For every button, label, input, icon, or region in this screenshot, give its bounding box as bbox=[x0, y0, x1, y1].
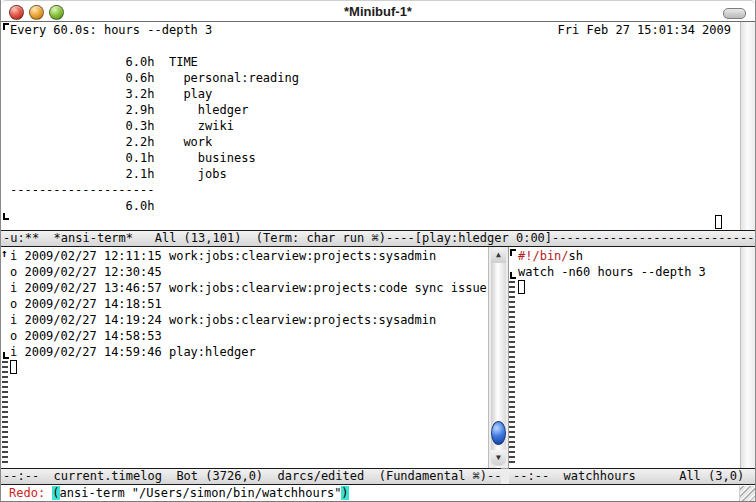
matched-open-paren: ( bbox=[52, 486, 59, 500]
bottom-modeline-row: --:-- current.timelog Bot (3726,0) darcs… bbox=[1, 468, 755, 485]
top-modeline-row: -u:** *ansi-term* All (13,101) (Term: ch… bbox=[1, 230, 755, 247]
modeline-divider bbox=[501, 468, 509, 485]
fringe-top-corner-icon bbox=[510, 249, 516, 256]
fringe-empty-lines-icon bbox=[509, 281, 515, 465]
ansi-term-modeline[interactable]: -u:** *ansi-term* All (13,101) (Term: ch… bbox=[1, 230, 755, 247]
inactive-cursor bbox=[518, 280, 525, 294]
matched-close-paren: ) bbox=[341, 486, 348, 500]
watchhours-modeline[interactable]: --:-- watchhours All (3,0) bbox=[509, 468, 755, 485]
hours-report: 6.0h TIME 0.6h personal:reading 3.2h pla… bbox=[10, 38, 299, 214]
fringe-bottom-corner-icon bbox=[3, 213, 9, 220]
watch-invocation: watch -n60 hours --depth 3 bbox=[518, 265, 706, 279]
minibuffer-text: Redo: (ansi-term "/Users/simon/bin/watch… bbox=[9, 485, 349, 501]
fringe-scroll-up-icon: ↑ bbox=[1, 248, 10, 260]
bottom-region: ↑ i 2009/02/27 12:11:15 work:jobs:clearv… bbox=[1, 247, 755, 468]
redo-command: ansi-term "/Users/simon/bin/watchhours" bbox=[60, 486, 342, 500]
scrollbar-down-arrow-icon[interactable]: ▼ bbox=[491, 450, 506, 466]
watchhours-scrollbar[interactable] bbox=[740, 247, 755, 468]
toolbar-pill-button[interactable] bbox=[723, 8, 746, 19]
scrollbar-thumb[interactable] bbox=[491, 421, 506, 445]
inactive-cursor bbox=[10, 360, 17, 374]
shebang-shell: sh bbox=[569, 249, 583, 263]
titlebar[interactable]: *Minibuf-1* bbox=[1, 0, 755, 22]
shebang-interpreter-path: #!/bin/ bbox=[518, 249, 569, 263]
script-content: #!/bin/sh watch -n60 hours --depth 3 bbox=[518, 248, 706, 280]
watchhours-window[interactable]: #!/bin/sh watch -n60 hours --depth 3 bbox=[509, 247, 740, 468]
fringe-empty-lines-icon bbox=[2, 361, 8, 465]
redo-prompt: Redo: bbox=[9, 486, 52, 500]
top-scrollbar[interactable] bbox=[740, 22, 755, 230]
timelog-entries: i 2009/02/27 12:11:15 work:jobs:clearvie… bbox=[10, 248, 487, 360]
fringe-bottom-corner-icon bbox=[510, 272, 516, 279]
timelog-scrollbar[interactable]: ▲ ▼ bbox=[488, 247, 509, 468]
resize-grip[interactable] bbox=[739, 486, 755, 502]
fringe-top-corner-icon bbox=[3, 23, 9, 30]
minibuffer[interactable]: Redo: (ansi-term "/Users/simon/bin/watch… bbox=[1, 485, 755, 502]
ansi-term-window[interactable]: Every 60.0s: hours --depth 3 Fri Feb 27 … bbox=[1, 22, 755, 230]
emacs-frame: *Minibuf-1* Every 60.0s: hours --depth 3… bbox=[0, 0, 756, 502]
timelog-modeline[interactable]: --:-- current.timelog Bot (3726,0) darcs… bbox=[1, 468, 501, 485]
inactive-cursor bbox=[715, 215, 722, 229]
scrollbar-up-arrow-icon[interactable]: ▲ bbox=[491, 247, 506, 263]
timelog-window[interactable]: ↑ i 2009/02/27 12:11:15 work:jobs:clearv… bbox=[1, 247, 488, 468]
watch-command-line: Every 60.0s: hours --depth 3 bbox=[10, 22, 212, 38]
fringe-bottom-corner-icon bbox=[3, 352, 9, 359]
window-title: *Minibuf-1* bbox=[1, 4, 755, 20]
watch-datetime: Fri Feb 27 15:01:34 2009 bbox=[558, 22, 731, 38]
